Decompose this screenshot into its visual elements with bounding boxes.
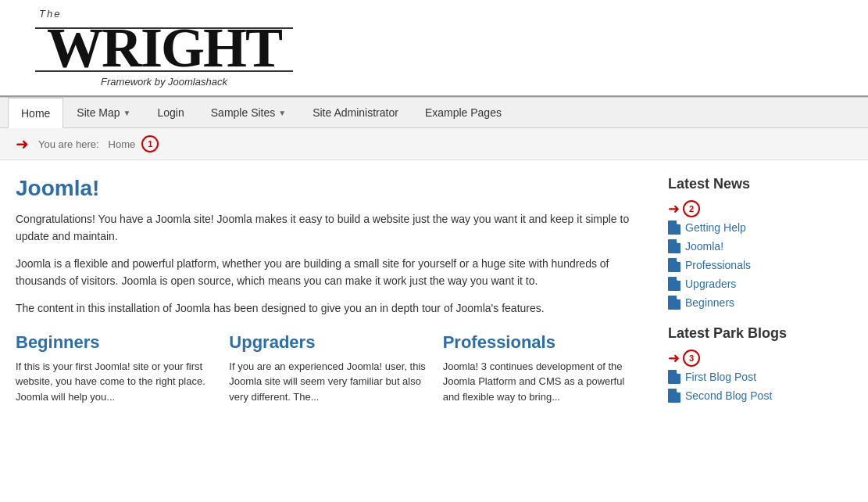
main-title: Joomla! — [16, 176, 641, 201]
three-column-section: Beginners If this is your first Joomla! … — [16, 332, 641, 405]
paragraph-1: Congratulations! You have a Joomla site!… — [16, 210, 641, 246]
nav-item-example-pages[interactable]: Example Pages — [412, 98, 515, 127]
news-arrow-icon: ➜ — [668, 200, 680, 217]
news-item-getting-help[interactable]: Getting Help — [668, 221, 824, 235]
file-icon-beginners — [668, 296, 680, 310]
breadcrumb-label: You are here: — [38, 138, 99, 150]
col-title-professionals: Professionals — [443, 332, 641, 353]
logo-area: The WRIGHT Framework by Joomlashack — [16, 8, 313, 88]
sample-sites-caret-icon: ▼ — [278, 109, 286, 117]
blogs-annotation-row: ➜ 3 — [668, 350, 824, 367]
column-upgraders: Upgraders If you are an experienced Joom… — [229, 332, 427, 405]
header: The WRIGHT Framework by Joomlashack — [0, 0, 868, 97]
news-item-upgraders[interactable]: Upgraders — [668, 277, 824, 291]
news-item-joomla[interactable]: Joomla! — [668, 239, 824, 253]
main-layout: Joomla! Congratulations! You have a Joom… — [0, 160, 868, 420]
file-icon-joomla — [668, 239, 680, 253]
nav-item-site-admin[interactable]: Site Administrator — [299, 98, 412, 127]
col-title-upgraders: Upgraders — [229, 332, 427, 353]
nav-item-sample-sites[interactable]: Sample Sites ▼ — [198, 98, 299, 127]
content-area: Joomla! Congratulations! You have a Joom… — [0, 160, 656, 420]
file-icon-getting-help — [668, 221, 680, 235]
file-icon-first-blog — [668, 370, 680, 384]
blogs-arrow-icon: ➜ — [668, 350, 680, 367]
news-item-beginners[interactable]: Beginners — [668, 296, 824, 310]
paragraph-2: Joomla is a flexible and powerful platfo… — [16, 255, 641, 290]
file-icon-second-blog — [668, 389, 680, 403]
col-text-professionals: Joomla! 3 continues development of the J… — [443, 359, 641, 405]
annotation-circle-1: 1 — [141, 135, 159, 152]
sidebar: Latest News ➜ 2 Getting Help Joomla! Pro… — [656, 160, 836, 420]
blog-item-second[interactable]: Second Blog Post — [668, 389, 824, 403]
col-title-beginners: Beginners — [16, 332, 213, 353]
breadcrumb-arrow-icon: ➜ — [16, 134, 29, 153]
col-text-beginners: If this is your first Joomla! site or yo… — [16, 359, 213, 405]
file-icon-upgraders — [668, 277, 680, 291]
news-annotation-row: ➜ 2 — [668, 200, 824, 217]
paragraph-3: The content in this installation of Joom… — [16, 299, 641, 317]
blog-item-first[interactable]: First Blog Post — [668, 370, 824, 384]
column-professionals: Professionals Joomla! 3 continues develo… — [443, 332, 641, 405]
nav-item-home[interactable]: Home — [8, 98, 63, 128]
nav-item-sitemap[interactable]: Site Map ▼ — [63, 98, 144, 127]
file-icon-professionals — [668, 258, 680, 272]
latest-news-title: Latest News — [668, 176, 824, 192]
breadcrumb-bar: ➜ You are here: Home 1 — [0, 128, 868, 160]
breadcrumb-current: Home — [109, 138, 136, 150]
column-beginners: Beginners If this is your first Joomla! … — [16, 332, 213, 405]
latest-blogs-title: Latest Park Blogs — [668, 325, 824, 342]
annotation-circle-3: 3 — [683, 350, 700, 367]
col-text-upgraders: If you are an experienced Joomla! user, … — [229, 359, 427, 405]
navbar: Home Site Map ▼ Login Sample Sites ▼ Sit… — [0, 97, 868, 128]
news-item-professionals[interactable]: Professionals — [668, 258, 824, 272]
annotation-circle-2: 2 — [683, 200, 700, 217]
logo-wright-text: WRIGHT — [47, 20, 281, 76]
nav-item-login[interactable]: Login — [145, 98, 198, 127]
sitemap-caret-icon: ▼ — [123, 109, 131, 117]
